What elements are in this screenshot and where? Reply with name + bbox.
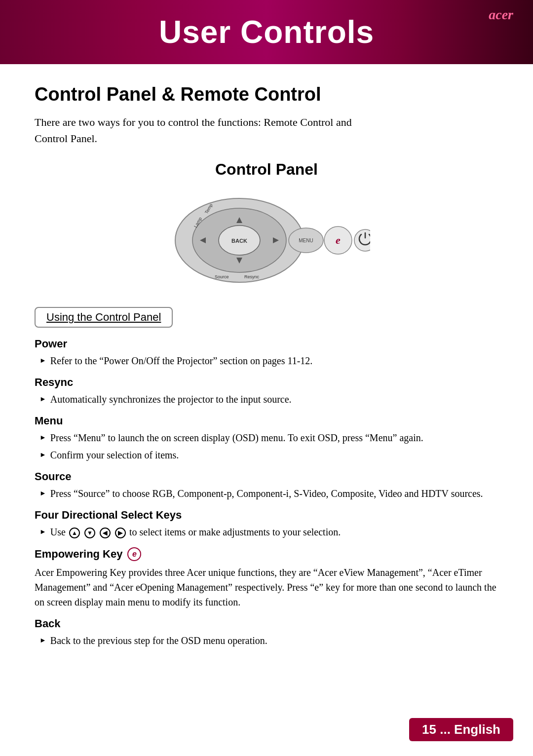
controller-diagram-svg: BACK Temp Lamp Source Resync MENU e [163, 189, 370, 292]
back-section: Back ► Back to the previous step for the… [35, 617, 498, 648]
bullet-arrow-icon: ► [39, 394, 46, 404]
svg-text:Source: Source [215, 274, 229, 279]
left-arrow-icon: ◀ [100, 528, 111, 538]
empowering-section: Empowering Key e Acer Empowering Key pro… [35, 547, 498, 609]
power-section: Power ► Refer to the “Power On/Off the P… [35, 338, 498, 368]
bullet-arrow-icon: ► [39, 450, 46, 460]
using-control-panel-box: Using the Control Panel [35, 307, 173, 328]
resync-title: Resync [35, 376, 498, 389]
page-footer: 15 ... English [409, 718, 513, 741]
section-title: Control Panel & Remote Control [35, 84, 498, 105]
source-section: Source ► Press “Source” to choose RGB, C… [35, 470, 498, 501]
four-directional-title: Four Directional Select Keys [35, 509, 498, 522]
power-title: Power [35, 338, 498, 350]
empowering-body: Acer Empowering Key provides three Acer … [35, 565, 498, 609]
svg-text:MENU: MENU [299, 238, 313, 243]
four-directional-bullet-1: ► Use ▲ ▼ ◀ ▶ to select items or make ad… [35, 525, 498, 539]
resync-section: Resync ► Automatically synchronizes the … [35, 376, 498, 407]
up-arrow-icon: ▲ [69, 528, 80, 538]
bullet-arrow-icon: ► [39, 432, 46, 443]
right-arrow-icon: ▶ [115, 528, 126, 538]
svg-text:e: e [336, 234, 341, 246]
empowering-key-icon: e [127, 547, 141, 561]
page-language: ... English [440, 722, 500, 737]
main-content: Control Panel & Remote Control There are… [0, 64, 533, 695]
using-control-panel-label: Using the Control Panel [46, 311, 161, 323]
svg-point-16 [354, 229, 370, 251]
empowering-title: Empowering Key e [35, 547, 498, 561]
menu-section: Menu ► Press “Menu” to launch the on scr… [35, 415, 498, 462]
menu-title: Menu [35, 415, 498, 427]
page-header: acer User Controls [0, 0, 533, 64]
source-bullet-1: ► Press “Source” to choose RGB, Componen… [35, 486, 498, 501]
resync-bullet-1: ► Automatically synchronizes the project… [35, 392, 498, 407]
back-bullet-1: ► Back to the previous step for the OSD … [35, 633, 498, 648]
page-number: 15 [422, 722, 436, 737]
source-title: Source [35, 470, 498, 483]
control-panel-heading: Control Panel [35, 160, 498, 179]
control-panel-diagram: BACK Temp Lamp Source Resync MENU e [35, 189, 498, 292]
page-title: User Controls [159, 14, 374, 50]
down-arrow-icon: ▼ [84, 528, 95, 538]
acer-logo: acer [489, 7, 513, 23]
menu-bullet-2: ► Confirm your selection of items. [35, 448, 498, 462]
acer-logo-text: acer [489, 7, 513, 23]
power-bullet-1: ► Refer to the “Power On/Off the Project… [35, 353, 498, 368]
bullet-arrow-icon: ► [39, 527, 46, 537]
bullet-arrow-icon: ► [39, 488, 46, 498]
bullet-arrow-icon: ► [39, 635, 46, 645]
svg-text:Resync: Resync [244, 274, 260, 279]
menu-bullet-1: ► Press “Menu” to launch the on screen d… [35, 430, 498, 445]
intro-text: There are two ways for you to control th… [35, 114, 370, 147]
bullet-arrow-icon: ► [39, 355, 46, 366]
four-directional-section: Four Directional Select Keys ► Use ▲ ▼ ◀… [35, 509, 498, 539]
svg-text:BACK: BACK [231, 238, 247, 244]
back-title: Back [35, 617, 498, 630]
